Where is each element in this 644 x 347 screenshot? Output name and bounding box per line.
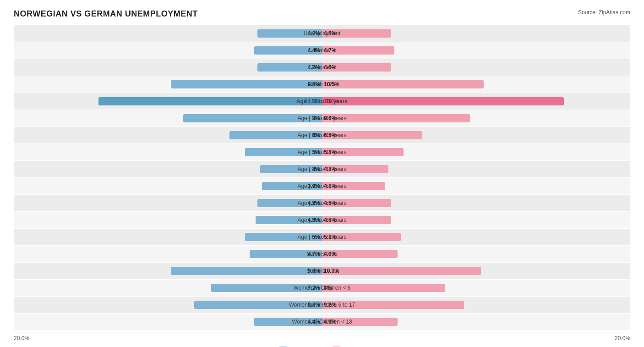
bar-german <box>322 267 481 275</box>
bar-label: Age | 25 to 29 years <box>297 132 346 138</box>
bar-norwegian <box>171 267 322 275</box>
chart-row: 4.4% Males 4.7% <box>14 42 630 59</box>
bar-label: Age | 45 to 54 years <box>297 183 346 189</box>
chart-row: 6% Age | 25 to 29 years 6.5% <box>14 127 630 143</box>
bar-german <box>322 80 484 88</box>
chart-row: 9.8% Youth < 25 10.5% <box>14 76 630 93</box>
bar-label: Age | 30 to 34 years <box>297 149 346 155</box>
chart-row: 4% Age | 35 to 44 years 4.3% <box>14 161 630 177</box>
bar-section: 4.2% Females 4.5% <box>14 59 630 76</box>
chart-row: 4.2% Females 4.5% <box>14 59 630 76</box>
chart-row: 4.7% Seniors > 65 4.9% <box>14 246 630 262</box>
bar-section: 9.8% Seniors > 75 10.3% <box>14 263 630 279</box>
bar-label: Males <box>315 47 329 54</box>
bar-section: 8.3% Women w/ Children 6 to 17 9.2% <box>14 297 630 313</box>
chart-source: Source: ZipAtlas.com <box>578 9 630 16</box>
bar-section: 4.2% Unemployment 4.5% <box>14 25 630 42</box>
chart-area: 4.2% Unemployment 4.5% 4.4% Males 4.7% 4… <box>14 25 630 330</box>
axis-label-left: 20.0% <box>14 335 29 341</box>
chart-row: 5% Age | 30 to 34 years 5.3% <box>14 144 630 160</box>
chart-title: NORWEGIAN VS GERMAN UNEMPLOYMENT <box>14 9 198 19</box>
chart-row: 3.9% Age | 45 to 54 years 4.1% <box>14 178 630 194</box>
chart-row: 14.5% Age | 16 to 19 years 15.7% <box>14 93 630 110</box>
chart-container: NORWEGIAN VS GERMAN UNEMPLOYMENT Source:… <box>0 0 644 347</box>
bar-label: Youth < 25 <box>309 81 335 88</box>
bar-section: 4.2% Age | 55 to 59 years 4.5% <box>14 195 630 211</box>
bar-section: 3.9% Age | 45 to 54 years 4.1% <box>14 178 630 194</box>
chart-row: 4.3% Age | 60 to 64 years 4.5% <box>14 212 630 228</box>
bar-label: Age | 65 to 74 years <box>297 234 346 240</box>
bar-section: 4.4% Women w/ Children < 18 4.9% <box>14 314 630 330</box>
chart-row: 5% Age | 65 to 74 years 5.1% <box>14 229 630 245</box>
bar-label: Women w/ Children 6 to 17 <box>289 302 355 308</box>
chart-row: 9.8% Seniors > 75 10.3% <box>14 263 630 279</box>
bar-label: Age | 16 to 19 years <box>296 98 348 105</box>
axis-label-right: 20.0% <box>615 335 630 341</box>
chart-row: 9% Age | 20 to 24 years 9.6% <box>14 110 630 127</box>
chart-header: NORWEGIAN VS GERMAN UNEMPLOYMENT Source:… <box>14 9 630 19</box>
bar-label: Age | 60 to 64 years <box>297 217 346 223</box>
bar-label: Unemployment <box>304 30 341 37</box>
bar-label: Age | 20 to 24 years <box>297 115 346 121</box>
bar-section: 9% Age | 20 to 24 years 9.6% <box>14 110 630 127</box>
bar-norwegian <box>171 80 322 88</box>
chart-row: 8.3% Women w/ Children 6 to 17 9.2% <box>14 297 630 313</box>
bar-german <box>322 97 564 105</box>
bar-label: Age | 55 to 59 years <box>297 200 346 206</box>
bar-section: 4% Age | 35 to 44 years 4.3% <box>14 161 630 177</box>
axis-labels: 20.0% 20.0% <box>14 335 630 341</box>
bar-section: 5% Age | 30 to 34 years 5.3% <box>14 144 630 160</box>
bar-label: Seniors > 75 <box>306 268 338 274</box>
chart-row: 7.2% Women w/ Children < 6 8% <box>14 280 630 296</box>
bar-label: Women w/ Children < 18 <box>292 319 352 325</box>
bar-section: 14.5% Age | 16 to 19 years 15.7% <box>14 93 630 110</box>
chart-row: 4.2% Unemployment 4.5% <box>14 25 630 42</box>
bar-label: Age | 35 to 44 years <box>297 166 346 172</box>
bar-label: Females <box>311 64 333 71</box>
bar-norwegian <box>98 97 322 105</box>
bar-section: 4.4% Males 4.7% <box>14 42 630 59</box>
bar-section: 5% Age | 65 to 74 years 5.1% <box>14 229 630 245</box>
bar-label: Seniors > 65 <box>306 251 338 257</box>
bar-section: 4.7% Seniors > 65 4.9% <box>14 246 630 262</box>
chart-row: 4.2% Age | 55 to 59 years 4.5% <box>14 195 630 211</box>
bar-section: 4.3% Age | 60 to 64 years 4.5% <box>14 212 630 228</box>
chart-row: 4.4% Women w/ Children < 18 4.9% <box>14 314 630 330</box>
bar-section: 9.8% Youth < 25 10.5% <box>14 76 630 93</box>
bar-section: 7.2% Women w/ Children < 6 8% <box>14 280 630 296</box>
axis-line <box>14 332 630 332</box>
bar-label: Women w/ Children < 6 <box>294 285 351 291</box>
bar-section: 6% Age | 25 to 29 years 6.5% <box>14 127 630 143</box>
